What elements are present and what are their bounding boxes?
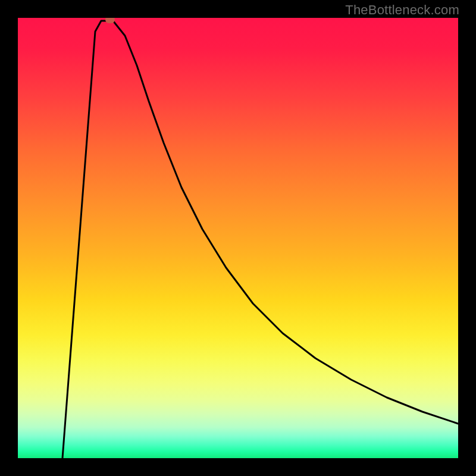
- chart-container: TheBottleneck.com: [0, 0, 476, 476]
- watermark-text: TheBottleneck.com: [345, 2, 459, 18]
- gradient-background: [18, 18, 458, 458]
- minimum-marker: [105, 18, 115, 23]
- plot-area: [18, 18, 458, 458]
